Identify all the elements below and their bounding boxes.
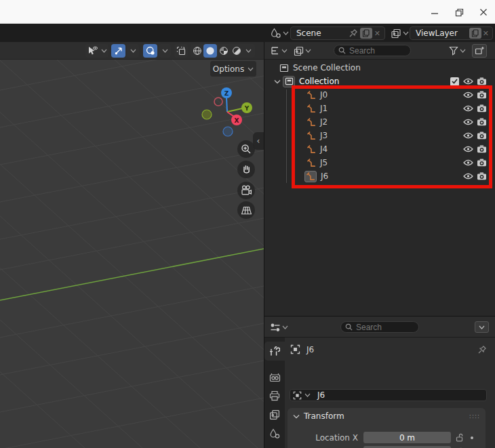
pin-icon[interactable] [477, 345, 487, 354]
scene-icon [269, 428, 280, 439]
shading-rendered-button[interactable] [230, 44, 243, 58]
hide-in-viewport-toggle[interactable] [461, 119, 475, 125]
hide-in-viewport-toggle[interactable] [461, 78, 475, 85]
funnel-icon [449, 46, 458, 56]
disable-in-renders-toggle[interactable] [475, 118, 488, 126]
search-icon [345, 323, 353, 331]
outliner-object-row-active[interactable]: J6 [264, 169, 495, 183]
tab-output[interactable] [264, 386, 285, 405]
hide-in-viewport-toggle[interactable] [461, 91, 475, 98]
shading-dropdown[interactable] [243, 44, 254, 58]
outliner-object-row[interactable]: J0 [264, 88, 495, 102]
lock-toggle[interactable] [451, 433, 467, 442]
gizmo-neg-z-ball[interactable] [223, 127, 233, 136]
object-name-field[interactable]: J6 [290, 389, 487, 401]
scene-collection-row[interactable]: Scene Collection [264, 61, 495, 75]
scene-new-copy-button[interactable] [360, 28, 372, 39]
outliner-object-row[interactable]: J1 [264, 102, 495, 115]
expand-chevron-icon[interactable] [274, 79, 281, 84]
outliner-object-row[interactable]: J3 [264, 129, 495, 142]
pan-button[interactable] [237, 161, 255, 178]
object-visibility-dropdown[interactable] [85, 44, 108, 58]
gizmo-neg-y-ball[interactable] [202, 110, 212, 119]
editor-type-dropdown[interactable] [270, 321, 288, 334]
outliner-search[interactable] [334, 45, 411, 56]
ortho-toggle-button[interactable] [237, 201, 255, 219]
editor-type-dropdown[interactable] [270, 44, 288, 58]
outliner-object-row[interactable]: J2 [264, 115, 495, 129]
location-x-field[interactable]: 0 m [363, 432, 451, 443]
xray-toggle[interactable] [174, 44, 188, 58]
outliner-object-row[interactable]: J5 [264, 156, 495, 169]
filter-dropdown[interactable] [449, 44, 466, 58]
shading-wireframe-button[interactable] [191, 44, 203, 58]
editor-divider-vertical[interactable] [264, 42, 264, 448]
display-mode-dropdown[interactable] [294, 44, 311, 58]
overlays-dropdown[interactable] [159, 44, 171, 58]
outliner-tree-icon [270, 46, 280, 56]
show-gizmo-toggle[interactable] [111, 44, 125, 58]
editor-divider-horizontal[interactable] [264, 316, 495, 317]
os-titlebar [0, 0, 495, 24]
hide-in-viewport-toggle[interactable] [461, 146, 475, 152]
outliner-editor: Scene Collection Collection [264, 42, 495, 317]
viewlayer-new-copy-button[interactable] [469, 28, 481, 39]
disable-in-renders-toggle[interactable] [475, 104, 488, 113]
disable-in-renders-toggle[interactable] [475, 91, 488, 99]
show-overlays-toggle[interactable] [143, 44, 157, 58]
outliner-object-row[interactable]: J4 [264, 142, 495, 156]
hide-in-viewport-toggle[interactable] [461, 159, 475, 166]
scene-type-selector[interactable] [270, 26, 289, 40]
tab-scene[interactable] [264, 424, 285, 443]
zoom-button[interactable] [237, 140, 255, 158]
gizmo-neg-x-ball[interactable] [214, 98, 222, 106]
disable-in-renders-toggle[interactable] [475, 172, 488, 180]
view-layer-icon [294, 46, 304, 56]
animate-property-dot[interactable] [467, 436, 477, 439]
tab-view-layer[interactable] [264, 405, 285, 424]
chevron-down-icon [304, 393, 311, 397]
hide-in-viewport-toggle[interactable] [461, 173, 475, 180]
camera-view-button[interactable] [237, 182, 255, 199]
window-minimize-button[interactable] [423, 3, 446, 21]
collection-row[interactable]: Collection [264, 75, 495, 88]
properties-search-input[interactable] [356, 323, 414, 332]
scene-name-field[interactable]: Scene ✕ [290, 26, 385, 40]
properties-options-dropdown[interactable] [475, 321, 489, 333]
viewport-3d[interactable]: Options Z Y X ‹ [0, 42, 264, 448]
disable-in-renders-toggle[interactable] [475, 159, 488, 167]
disable-in-renders-toggle[interactable] [475, 77, 488, 85]
viewlayer-type-selector[interactable] [391, 26, 409, 40]
new-collection-button[interactable] [472, 44, 487, 58]
hide-in-viewport-toggle[interactable] [461, 105, 475, 112]
transform-panel-header[interactable]: Transform :::: [288, 408, 486, 424]
options-button[interactable]: Options [210, 61, 256, 77]
pin-icon[interactable] [349, 28, 358, 38]
collection-exclude-checkbox[interactable] [448, 77, 461, 86]
properties-search[interactable] [340, 321, 419, 333]
viewlayer-name-field[interactable]: ViewLayer ✕ [410, 26, 493, 40]
window-close-button[interactable] [472, 3, 495, 21]
transform-row: Location X 0 m [288, 431, 486, 444]
tab-render[interactable] [264, 367, 285, 386]
outliner-search-input[interactable] [349, 46, 407, 56]
panel-grip-icon[interactable]: :::: [469, 413, 480, 420]
check-icon [452, 79, 458, 84]
overlays-toggle-group [143, 44, 171, 58]
chevron-down-icon [293, 414, 300, 419]
tab-tool[interactable] [264, 342, 285, 361]
navigation-gizmo[interactable]: Z Y X [197, 81, 262, 142]
viewlayer-remove-icon[interactable]: ✕ [483, 29, 489, 38]
blender-window: Scene ✕ ViewLayer ✕ [0, 0, 495, 448]
chevron-down-icon [283, 31, 289, 35]
viewport-header [0, 42, 264, 60]
gizmos-dropdown[interactable] [127, 44, 139, 58]
disable-in-renders-toggle[interactable] [475, 131, 488, 140]
scene-unlink-icon[interactable]: ✕ [374, 29, 380, 38]
disable-in-renders-toggle[interactable] [475, 145, 488, 153]
shading-material-button[interactable] [217, 44, 230, 58]
hide-in-viewport-toggle[interactable] [461, 132, 475, 139]
shading-solid-button[interactable] [203, 44, 217, 58]
window-restore-button[interactable] [448, 3, 471, 21]
render-camera-icon [477, 104, 487, 113]
